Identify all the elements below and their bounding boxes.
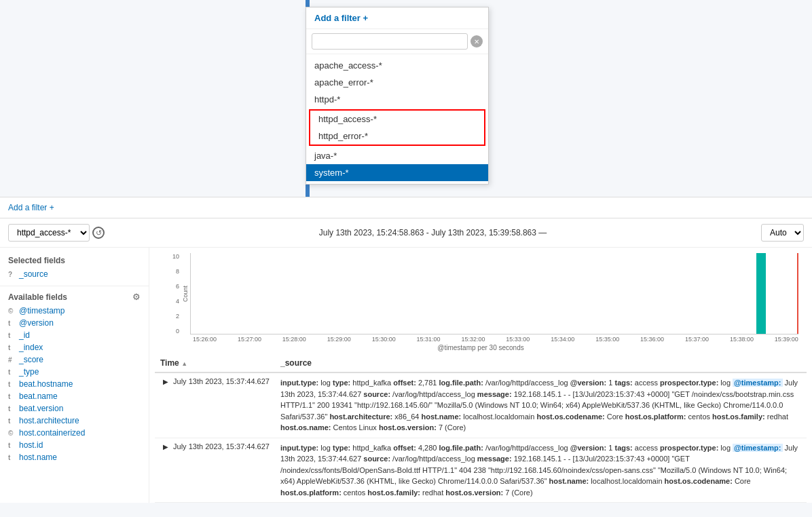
add-filter-link[interactable]: Add a filter + bbox=[8, 203, 54, 212]
y-axis-labels: 10 8 6 4 2 0 bbox=[163, 253, 182, 334]
auto-select[interactable]: Auto bbox=[761, 224, 804, 242]
timestamp-type: © bbox=[8, 307, 16, 315]
index-type: t bbox=[8, 344, 16, 351]
x-label-1531: 15:31:00 bbox=[417, 336, 441, 343]
time-cell-2: ▶ July 13th 2023, 15:37:44.627 bbox=[155, 438, 275, 503]
time-column-header[interactable]: Time ▲ bbox=[155, 354, 275, 372]
sidebar-item-host-containerized[interactable]: © host.containerized bbox=[0, 427, 149, 439]
type-type: t bbox=[8, 368, 16, 376]
y-label-10: 10 bbox=[172, 253, 179, 260]
source-cell-1: input.type: log type: httpd_kafka offset… bbox=[275, 372, 807, 438]
dropdown-search-clear[interactable]: ✕ bbox=[470, 35, 483, 47]
dropdown-item-apache-access[interactable]: apache_access-* bbox=[306, 57, 488, 74]
y-label-0: 0 bbox=[176, 328, 179, 334]
x-label-1538: 15:38:00 bbox=[730, 336, 754, 343]
expand-btn-2[interactable]: ▶ bbox=[160, 443, 171, 451]
chart-bar-wrapper bbox=[756, 253, 766, 334]
x-label-1537: 15:37:00 bbox=[685, 336, 709, 343]
sidebar-item-index[interactable]: t _index bbox=[0, 341, 149, 353]
field-input-type-1: input.type: bbox=[280, 379, 318, 387]
chart-table-area: 10 8 6 4 2 0 Count bbox=[149, 248, 812, 503]
dropdown-item-httpd-access[interactable]: httpd_access-* bbox=[310, 111, 484, 128]
sidebar-item-timestamp[interactable]: © @timestamp bbox=[0, 305, 149, 317]
x-label-1529: 15:29:00 bbox=[327, 336, 351, 343]
index-select-wrapper: httpd_access-* ↺ bbox=[8, 224, 105, 242]
y-axis-title-wrapper: Count bbox=[182, 253, 189, 334]
top-overlay: Add a filter + ✕ apache_access-* apache_… bbox=[0, 0, 812, 197]
dropdown-search-row: ✕ bbox=[306, 29, 488, 54]
x-label-1536: 15:36:00 bbox=[640, 336, 664, 343]
type-field: _type bbox=[19, 367, 39, 377]
dropdown-item-system[interactable]: system-* bbox=[306, 164, 488, 181]
beat-hostname-type: t bbox=[8, 381, 16, 388]
results-area: Time ▲ _source ▶ July 13th bbox=[149, 354, 812, 503]
dropdown-search-input[interactable] bbox=[312, 33, 468, 50]
sidebar-item-source[interactable]: ? _source bbox=[0, 268, 149, 280]
source-column-header[interactable]: _source bbox=[275, 354, 807, 372]
timestamp-field: @timestamp bbox=[19, 306, 65, 315]
results-table-body: ▶ July 13th 2023, 15:37:44.627 input.typ… bbox=[155, 372, 807, 503]
x-label-1530: 15:30:00 bbox=[372, 336, 396, 343]
id-field: _id bbox=[19, 330, 30, 340]
chart-wrapper: 10 8 6 4 2 0 Count bbox=[149, 248, 812, 351]
index-dropdown-panel: Add a filter + ✕ apache_access-* apache_… bbox=[306, 7, 489, 185]
sidebar-item-type[interactable]: t _type bbox=[0, 366, 149, 378]
source-type-badge: ? bbox=[8, 271, 16, 278]
sidebar-item-score[interactable]: # _score bbox=[0, 353, 149, 366]
time-value-2: July 13th 2023, 15:37:44.627 bbox=[173, 442, 270, 451]
index-select[interactable]: httpd_access-* bbox=[8, 224, 90, 242]
chart-with-yaxis: 10 8 6 4 2 0 Count bbox=[163, 253, 798, 334]
time-cell-1: ▶ July 13th 2023, 15:37:44.627 bbox=[155, 372, 275, 438]
id-type: t bbox=[8, 332, 16, 339]
sidebar-item-host-id[interactable]: t host.id bbox=[0, 439, 149, 451]
x-axis-subtitle: @timestamp per 30 seconds bbox=[163, 344, 798, 351]
gear-icon-sidebar[interactable]: ⚙ bbox=[132, 292, 141, 302]
host-id-field: host.id bbox=[19, 440, 43, 450]
results-table: Time ▲ _source ▶ July 13th bbox=[155, 354, 807, 503]
sidebar-item-version[interactable]: t @version bbox=[0, 317, 149, 329]
source-text-1: input.type: log type: httpd_kafka offset… bbox=[280, 379, 798, 432]
chart-bars-container bbox=[190, 253, 798, 334]
chart-bar-1538 bbox=[756, 253, 766, 334]
main-content: Add a filter + httpd_access-* ↺ July 13t… bbox=[0, 197, 812, 503]
refresh-icon[interactable]: ↺ bbox=[92, 227, 105, 239]
controls-row: httpd_access-* ↺ July 13th 2023, 15:24:5… bbox=[0, 218, 812, 248]
timestamp-highlight-1: @timestamp: bbox=[733, 379, 782, 387]
dropdown-item-httpd[interactable]: httpd-* bbox=[306, 91, 488, 108]
sidebar-item-beat-version[interactable]: t beat.version bbox=[0, 402, 149, 415]
table-row-2: ▶ July 13th 2023, 15:37:44.627 input.typ… bbox=[155, 438, 807, 503]
time-value-1: July 13th 2023, 15:37:44.627 bbox=[173, 377, 270, 385]
table-header-row: Time ▲ _source bbox=[155, 354, 807, 372]
host-containerized-type: © bbox=[8, 429, 16, 437]
beat-name-field: beat.name bbox=[19, 391, 58, 401]
sidebar-item-beat-hostname[interactable]: t beat.hostname bbox=[0, 378, 149, 390]
x-label-1539: 15:39:00 bbox=[775, 336, 798, 343]
version-field: @version bbox=[19, 318, 54, 328]
dropdown-items: apache_access-* apache_error-* httpd-* h… bbox=[306, 54, 488, 184]
sidebar-item-beat-name[interactable]: t beat.name bbox=[0, 390, 149, 402]
add-filter-top-label: Add a filter + bbox=[314, 13, 368, 23]
version-type: t bbox=[8, 320, 16, 327]
sidebar-item-host-name[interactable]: t host.name bbox=[0, 451, 149, 463]
x-label-1526: 15:26:00 bbox=[193, 336, 217, 343]
y-label-6: 6 bbox=[176, 283, 179, 290]
x-axis-labels: 15:26:00 15:27:00 15:28:00 15:29:00 15:3… bbox=[193, 336, 798, 343]
host-id-type: t bbox=[8, 442, 16, 449]
table-row: ▶ July 13th 2023, 15:37:44.627 input.typ… bbox=[155, 372, 807, 438]
sidebar: Selected fields ? _source Available fiel… bbox=[0, 248, 149, 503]
dropdown-item-apache-error[interactable]: apache_error-* bbox=[306, 74, 488, 91]
host-arch-type: t bbox=[8, 417, 16, 425]
beat-version-field: beat.version bbox=[19, 404, 63, 413]
dropdown-item-java[interactable]: java-* bbox=[306, 147, 488, 164]
expand-btn-1[interactable]: ▶ bbox=[160, 378, 171, 385]
sidebar-item-id[interactable]: t _id bbox=[0, 329, 149, 341]
results-table-head: Time ▲ _source bbox=[155, 354, 807, 372]
beat-name-type: t bbox=[8, 393, 16, 400]
host-containerized-field: host.containerized bbox=[19, 428, 85, 438]
source-cell-2: input.type: log type: httpd_kafka offset… bbox=[275, 438, 807, 503]
dropdown-item-httpd-error[interactable]: httpd_error-* bbox=[310, 128, 484, 145]
time-sort-icon: ▲ bbox=[181, 360, 187, 367]
source-field-name: _source bbox=[19, 269, 48, 279]
available-fields-title: Available fields bbox=[8, 292, 67, 302]
sidebar-item-host-arch[interactable]: t host.architecture bbox=[0, 415, 149, 427]
